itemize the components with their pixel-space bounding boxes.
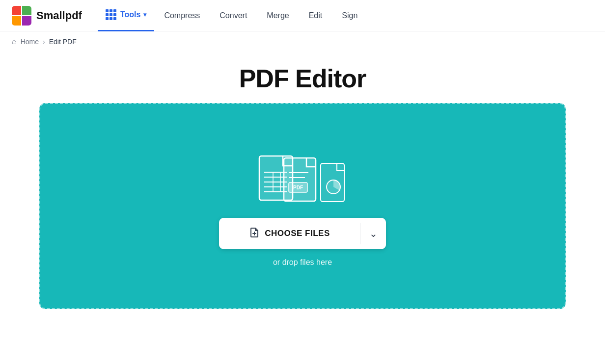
- logo-text: Smallpdf: [36, 9, 82, 22]
- nav-tools[interactable]: Tools ▾: [98, 0, 154, 31]
- nav-edit[interactable]: Edit: [299, 0, 332, 31]
- home-icon: ⌂: [12, 37, 17, 46]
- svg-rect-8: [284, 158, 316, 201]
- file-plus-icon: [249, 227, 260, 240]
- svg-text:PDF: PDF: [293, 185, 303, 190]
- breadcrumb-separator: ›: [43, 38, 45, 46]
- logo-cell-tl: [12, 6, 21, 15]
- breadcrumb-home-link[interactable]: Home: [21, 38, 39, 46]
- main-nav: Tools ▾ Compress Convert Merge Edit Sign: [98, 0, 367, 31]
- file-front-icon: PDF: [283, 157, 320, 204]
- breadcrumb-current: Edit PDF: [49, 38, 77, 46]
- nav-convert[interactable]: Convert: [210, 0, 257, 31]
- chevron-down-icon: ⌄: [369, 228, 378, 239]
- file-illustration: PDF: [258, 145, 347, 204]
- tools-label: Tools: [120, 10, 140, 19]
- grid-icon: [106, 9, 116, 20]
- nav-sign[interactable]: Sign: [332, 0, 367, 31]
- choose-files-button[interactable]: CHOOSE FILES: [219, 218, 360, 249]
- logo-icon: [12, 6, 31, 26]
- nav-merge[interactable]: Merge: [257, 0, 299, 31]
- chevron-down-icon: ▾: [143, 11, 146, 18]
- choose-files-label: CHOOSE FILES: [265, 229, 330, 238]
- logo-link[interactable]: Smallpdf: [12, 6, 82, 26]
- logo-cell-br: [22, 16, 31, 26]
- breadcrumb: ⌂ Home › Edit PDF: [0, 31, 605, 52]
- logo-cell-tr: [22, 6, 31, 15]
- dropzone[interactable]: PDF CHOOSE FILES ⌄: [39, 103, 566, 309]
- file-right-icon: [320, 162, 347, 204]
- drop-text: or drop files here: [273, 258, 332, 267]
- nav-compress[interactable]: Compress: [154, 0, 210, 31]
- page-title: PDF Editor: [0, 64, 605, 93]
- logo-cell-bl: [12, 16, 21, 26]
- header: Smallpdf Tools ▾ Compress Convert Merge …: [0, 0, 605, 31]
- page-title-area: PDF Editor: [0, 52, 605, 103]
- choose-files-dropdown-button[interactable]: ⌄: [360, 218, 386, 249]
- choose-files-container: CHOOSE FILES ⌄: [219, 218, 386, 249]
